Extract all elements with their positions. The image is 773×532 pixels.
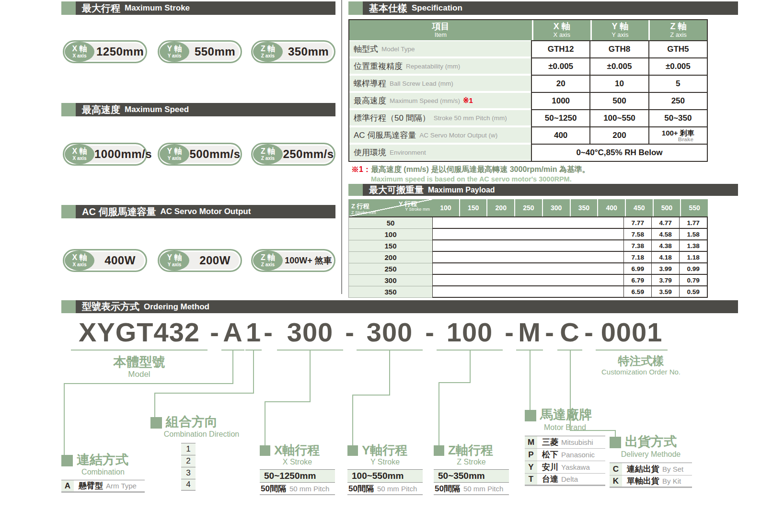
section-header-ordering: 型號表示方式 Ordering Method <box>61 300 738 313</box>
combination-title-zh: 連結方式 <box>77 451 128 468</box>
z-stroke-title-en: Z Stroke <box>434 458 509 466</box>
motor-brand-row: P松下Panasonic <box>525 449 605 461</box>
payload-value-cell: 7.77 <box>623 217 651 229</box>
y-stroke-label-en: Y Stroke mm <box>405 207 430 212</box>
spec-item-cell: AC 伺服馬達容量AC Servo Motor Output (w) <box>349 126 531 144</box>
header-accent-square <box>61 205 76 218</box>
x-stroke-title-en: X Stroke <box>260 458 335 466</box>
connector-line <box>352 395 353 445</box>
spec-item-cell: 螺桿導程Ball Screw Lead (mm) <box>349 75 531 92</box>
header-accent-square <box>348 184 363 196</box>
pill-value: 350mm <box>283 45 334 58</box>
section-title-en: Ordering Method <box>144 302 209 312</box>
delivery-table: C連結出貨By SetK單軸出貨By Kit <box>610 463 692 488</box>
z-stroke-label-zh: Z 行程 <box>351 203 369 209</box>
payload-row-region: 6.993.990.99 <box>432 263 708 275</box>
spec-table-row: 螺桿導程Ball Screw Lead (mm)20105 <box>349 75 707 92</box>
motor-brand-row: Y安川Yaskawa <box>525 461 605 474</box>
section-header-payload: 最大可搬重量 Maximum Payload <box>348 184 738 196</box>
option-code: K <box>610 475 623 487</box>
speed-pill-y: Y 軸 Y axis 500mm/s <box>158 143 242 166</box>
payload-value-cell: 4.77 <box>651 217 679 229</box>
direction-option: 4 <box>181 479 196 491</box>
payload-blank-cell <box>432 286 623 298</box>
payload-z-label: 350 <box>349 286 432 298</box>
spec-value-cell: 1000 <box>531 92 589 109</box>
payload-blank-cell <box>432 275 623 286</box>
payload-value-cell: 1.77 <box>679 217 708 229</box>
direction-title-zh: 組合方向 <box>166 413 218 430</box>
spec-item-zh: AC 伺服馬達容量 <box>354 130 416 141</box>
model-token: XYGT432 <box>71 315 208 351</box>
motor-pill-z: Z 軸 Z axis 100W+ 煞車 <box>251 249 335 272</box>
section-header-motor-output: AC 伺服馬達容量 AC Servo Motor Output <box>61 205 335 218</box>
model-token: 1 <box>245 315 262 351</box>
axis-en: X axis <box>73 54 87 58</box>
bullet-square-combination <box>61 455 73 466</box>
spec-value-cell: GTH5 <box>648 40 707 57</box>
option-en: Delta <box>561 475 578 483</box>
axis-zh: Z 軸 <box>261 254 275 261</box>
z-stroke-title-zh: Z軸行程 <box>448 442 493 459</box>
spec-item-zh: 使用環境 <box>354 147 386 158</box>
spec-item-en: Repeatability (mm) <box>406 63 460 70</box>
spec-footnote-zh: ※1：最高速度 (mm/s) 是以伺服馬達最高轉速 3000rpm/min 為基… <box>351 165 590 175</box>
axis-zh: Y 軸 <box>167 147 182 155</box>
connector-line <box>64 383 233 384</box>
customization-label-zh: 特注式樣 <box>594 353 688 369</box>
axis-zh: X 軸 <box>72 147 87 155</box>
option-en: Panasonic <box>561 451 595 459</box>
model-label-zh: 本體型號 <box>71 353 208 371</box>
option-zh: 單軸出貨 <box>627 475 659 487</box>
axis-badge-x: X 軸 X axis <box>65 250 94 271</box>
axis-badge-y: Y 軸 Y axis <box>160 42 189 62</box>
payload-z-label: 100 <box>349 229 432 240</box>
section-title-en: Maximum Stroke <box>125 3 190 13</box>
payload-value-cell: 7.38 <box>623 240 651 252</box>
axis-en: Z axis <box>261 156 275 161</box>
model-token: M <box>516 315 543 351</box>
header-accent-square <box>348 1 363 15</box>
model-token: C <box>557 315 582 351</box>
motor-pill-x: X 軸 X axis 400W <box>63 249 147 272</box>
header-accent-square <box>61 103 76 116</box>
axis-badge-y: Y 軸 Y axis <box>160 144 189 164</box>
payload-value-cell: 4.38 <box>651 240 679 252</box>
payload-column-header: 300 <box>542 199 570 216</box>
spec-table-row: 位置重複精度Repeatability (mm)±0.005±0.005±0.0… <box>349 57 707 75</box>
model-token-dash: - <box>209 315 220 351</box>
connector-line <box>438 382 471 383</box>
direction-option: 2 <box>181 455 196 467</box>
y-stroke-pitch: 50間隔 50 mm Pitch <box>347 483 423 495</box>
spec-item-cell: 軸型式Model Type <box>349 40 531 57</box>
pitch-zh: 50間隔 <box>261 483 286 494</box>
spec-value-cell: 500 <box>589 92 648 109</box>
connector-line <box>389 351 390 395</box>
y-stroke-title-en: Y Stroke <box>347 458 423 466</box>
spec-value-cell: 50~350 <box>648 109 707 126</box>
model-token-dash: - <box>425 315 435 351</box>
bullet-square-x-stroke <box>260 445 270 456</box>
axis-en: Y axis <box>168 156 182 161</box>
section-title-zh: 最大可搬重量 <box>369 184 424 196</box>
option-code: A <box>61 480 75 491</box>
footnote-mark: ※1： <box>351 165 371 173</box>
payload-column-header: 250 <box>514 199 542 216</box>
x-stroke-title-zh: X軸行程 <box>274 442 320 459</box>
payload-value-cell: 0.79 <box>679 275 708 286</box>
axis-zh: Z 軸 <box>261 147 275 155</box>
section-title-zh: 型號表示方式 <box>82 300 139 313</box>
payload-table: Y 行程 Y Stroke mm Z 行程 Z Stroke mm 100150… <box>348 199 708 298</box>
payload-value-cell: 3.79 <box>651 275 679 286</box>
delivery-title-en: Delivery Methode <box>610 450 692 459</box>
spec-item-zh: 標準行程（50 間隔） <box>354 113 430 124</box>
payload-column-header: 100 <box>432 199 459 216</box>
header-accent-square <box>61 300 76 313</box>
direction-options-list: 1234 <box>181 443 196 491</box>
axis-badge-x: X 軸 X axis <box>65 144 94 164</box>
spec-value-cell: 100~550 <box>589 109 648 126</box>
motor-brand-title-zh: 馬達廠牌 <box>540 406 592 423</box>
header-zh: Z 軸 <box>670 22 686 32</box>
specification-table: 項目 Item X 軸 X axis Y 軸 Y axis Z 軸 Z axis… <box>348 19 708 162</box>
payload-value-cell: 3.99 <box>651 263 679 275</box>
